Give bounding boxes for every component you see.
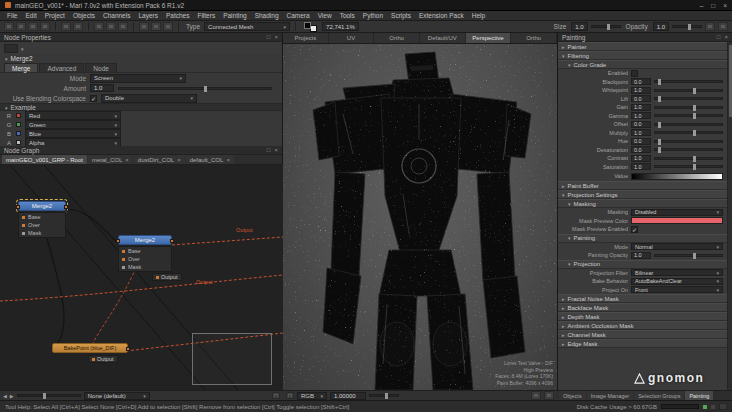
paste-icon[interactable] — [118, 22, 128, 31]
color-swatches[interactable] — [304, 22, 317, 32]
grade-slider-handle[interactable] — [693, 88, 696, 94]
grade-slider[interactable] — [654, 114, 723, 117]
grade-value-field[interactable]: 0.0 — [631, 138, 651, 145]
painting-opacity-field[interactable]: 1.0 — [631, 252, 651, 259]
viewport-tab[interactable]: UV — [329, 33, 375, 43]
menu-item[interactable]: Scripts — [387, 12, 415, 19]
opacity-slider-handle[interactable] — [688, 24, 691, 30]
grade-slider-handle[interactable] — [693, 156, 696, 162]
projection-setting-dropdown[interactable]: Front — [631, 286, 723, 293]
grade-value-field[interactable]: 1.0 — [631, 104, 651, 111]
mask-section-header[interactable]: Fractal Noise Mask — [558, 294, 727, 303]
opacity-slider[interactable] — [672, 25, 702, 28]
menu-item[interactable]: Shading — [251, 12, 283, 19]
grade-slider-handle[interactable] — [658, 79, 661, 85]
palette-scrollbar[interactable] — [727, 42, 732, 390]
amount-slider-handle[interactable] — [204, 86, 207, 92]
value-gradient-ramp[interactable] — [631, 173, 723, 180]
grade-slider[interactable] — [654, 140, 723, 143]
close-tab-icon[interactable] — [226, 157, 230, 163]
exposure-slider[interactable] — [369, 394, 399, 397]
blend-colorspace-dropdown[interactable]: Double — [101, 94, 197, 103]
zoom-percent-field[interactable]: 72,741.1% — [322, 22, 359, 31]
menu-item[interactable]: Painting — [219, 12, 251, 19]
grade-slider[interactable] — [654, 106, 723, 109]
node-filter-dropdown[interactable]: None (default) — [84, 392, 150, 400]
menu-item[interactable]: Camera — [283, 12, 314, 19]
menu-item[interactable]: Edit — [21, 12, 40, 19]
menu-item[interactable]: Project — [41, 12, 69, 19]
node-graph-canvas[interactable]: Merge2 Base Over — [0, 165, 283, 390]
section-paint-buffer[interactable]: Paint Buffer — [558, 181, 727, 190]
viewport-tab[interactable]: Ortho — [374, 33, 420, 43]
mask-section-header[interactable]: Ambient Occlusion Mask — [558, 321, 727, 330]
size-slider-handle[interactable] — [607, 24, 610, 30]
palette-tab[interactable]: Selection Groups — [634, 391, 684, 400]
select-tool-icon[interactable] — [139, 22, 149, 31]
output-port[interactable] — [64, 205, 68, 209]
merge-node-1[interactable]: Merge2 — [18, 201, 66, 211]
wireframe-toggle-icon[interactable] — [544, 391, 554, 400]
mode-dropdown[interactable]: Screen — [90, 74, 186, 83]
close-button[interactable]: × — [723, 2, 727, 9]
shadows-icon[interactable] — [718, 22, 728, 31]
grade-slider-handle[interactable] — [693, 130, 696, 136]
save-project-icon[interactable] — [28, 22, 38, 31]
redo-icon[interactable] — [73, 22, 83, 31]
grade-slider[interactable] — [654, 165, 723, 168]
node-graph-frame[interactable] — [192, 333, 272, 385]
channel-dropdown[interactable]: Green — [25, 120, 121, 129]
grade-value-field[interactable]: 0.0 — [631, 95, 651, 102]
menu-item[interactable]: Extension Pack — [415, 12, 468, 19]
grade-value-field[interactable]: 1.0 — [631, 129, 651, 136]
section-color-grade[interactable]: Color Grade — [558, 60, 727, 69]
painting-opacity-slider[interactable] — [654, 254, 723, 257]
grade-slider-handle[interactable] — [658, 147, 661, 153]
chevron-down-icon[interactable] — [5, 55, 8, 62]
snap-grid-icon[interactable] — [272, 392, 280, 399]
grade-slider[interactable] — [654, 123, 723, 126]
mask-section-header[interactable]: Channel Mask — [558, 330, 727, 339]
grade-slider[interactable] — [654, 131, 723, 134]
menu-item[interactable]: Channels — [99, 12, 134, 19]
node-graph-tab[interactable]: default_COL — [186, 155, 234, 164]
node-port-row[interactable]: Over — [19, 221, 65, 229]
color-managed-icon[interactable] — [531, 391, 541, 400]
node-port-row[interactable]: Over — [119, 255, 171, 263]
input-port[interactable] — [116, 239, 120, 243]
example-group-header[interactable]: Example — [0, 103, 282, 111]
size-field[interactable]: 1.0 — [571, 22, 587, 31]
zoom-slider-handle[interactable] — [43, 393, 46, 399]
bakepoint-node[interactable]: BakePoint (blue_DIF) — [52, 343, 128, 353]
node-thumbnail-icon[interactable] — [4, 44, 18, 53]
menu-item[interactable]: Tools — [336, 12, 359, 19]
grade-value-field[interactable]: 1.0 — [631, 163, 651, 170]
float-panel-icon[interactable] — [267, 147, 271, 153]
nav-back-icon[interactable] — [3, 393, 7, 399]
lighting-icon[interactable] — [705, 22, 715, 31]
float-panel-icon[interactable] — [267, 34, 271, 40]
close-panel-icon[interactable] — [274, 147, 278, 153]
nav-forward-icon[interactable] — [10, 393, 14, 399]
node-port-row[interactable]: Base — [19, 213, 65, 221]
size-slider[interactable] — [591, 25, 621, 28]
bakepoint-output-chip[interactable]: Output — [88, 355, 118, 363]
cut-icon[interactable] — [94, 22, 104, 31]
node-port-row[interactable]: Mask — [19, 229, 65, 237]
select-type-dropdown[interactable]: Connected Mesh — [204, 22, 290, 31]
new-project-icon[interactable] — [4, 22, 14, 31]
merge-node-2[interactable]: Merge2 — [118, 235, 172, 245]
palette-tab[interactable]: Objects — [559, 391, 586, 400]
grade-slider[interactable] — [654, 97, 723, 100]
paint-mode-dropdown[interactable]: Normal — [631, 243, 723, 250]
grade-slider-handle[interactable] — [658, 96, 661, 102]
node-port-row[interactable]: Base — [119, 247, 171, 255]
node-graph-zoom-slider[interactable] — [17, 394, 81, 397]
node-properties-tab[interactable]: Merge — [4, 63, 38, 72]
node-graph-tab[interactable]: dustDirt_COL — [134, 155, 185, 164]
mask-section-header[interactable]: Backface Mask — [558, 303, 727, 312]
close-tab-icon[interactable] — [125, 157, 129, 163]
viewport-tab[interactable]: Perspective — [466, 33, 512, 43]
grade-slider[interactable] — [654, 157, 723, 160]
painting-opacity-handle[interactable] — [693, 253, 696, 259]
